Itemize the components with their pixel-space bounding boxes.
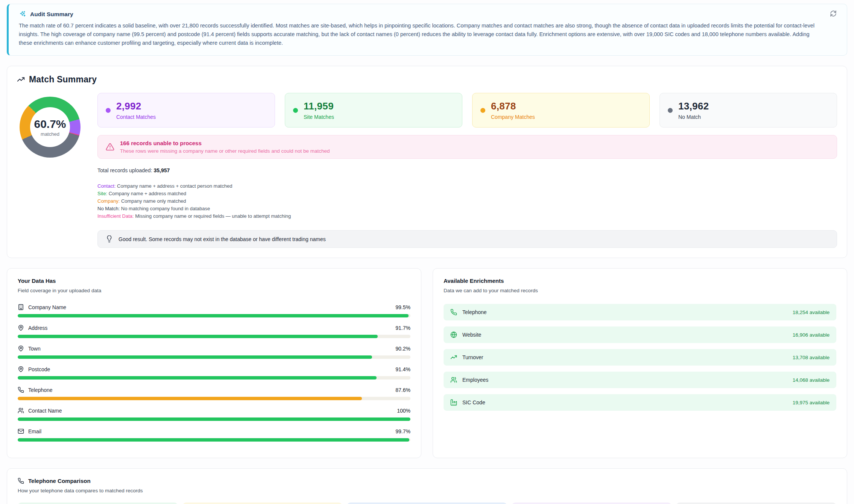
field-coverage-row: Telephone 87.6%	[18, 387, 410, 400]
your-data-subtitle: Field coverage in your uploaded data	[18, 288, 410, 293]
match-count: 11,959	[304, 100, 334, 112]
telephone-comparison-title: Telephone Comparison	[28, 478, 91, 484]
field-label: Address	[28, 325, 47, 331]
telephone-comparison-stat-card: 1,813 New You don't have one, we can add…	[347, 502, 507, 504]
coverage-bar-fill	[18, 376, 377, 380]
users-icon	[450, 376, 457, 383]
enrichment-available-count: 13,708 available	[793, 355, 830, 360]
result-tip: Good result. Some records may not exist …	[97, 230, 837, 248]
field-coverage-percent: 91.4%	[395, 366, 410, 372]
coverage-bar	[18, 397, 410, 400]
category-color-dot	[480, 108, 485, 113]
field-coverage-percent: 90.2%	[395, 346, 410, 352]
enrichment-row: Employees 14,068 available	[444, 372, 836, 388]
match-stat-card: 11,959 Site Matches	[285, 93, 462, 128]
refresh-icon	[830, 10, 837, 17]
match-category-label: Site Matches	[304, 114, 334, 120]
warning-title: 166 records unable to process	[120, 140, 330, 146]
donut-center: 60.7% matched	[30, 107, 70, 147]
enrichment-row: Telephone 18,254 available	[444, 304, 836, 320]
trending-up-icon	[450, 354, 457, 361]
field-coverage-row: Postcode 91.4%	[18, 366, 410, 380]
enrichment-available-count: 18,254 available	[793, 310, 830, 315]
field-label: Telephone	[28, 387, 53, 393]
match-category-label: Contact Matches	[116, 114, 156, 120]
warning-description: These rows were missing a company name o…	[120, 148, 330, 154]
your-data-card: Your Data Has Field coverage in your upl…	[7, 268, 421, 458]
legend-description: No matching company found in database	[121, 206, 210, 211]
legend-term: No Match:	[97, 206, 121, 211]
legend-description: Missing company name or required fields …	[135, 213, 291, 219]
field-coverage-row: Email 99.7%	[18, 428, 410, 442]
field-coverage-percent: 87.6%	[395, 387, 410, 393]
alert-triangle-icon	[106, 143, 114, 151]
total-records-line: Total records uploaded: 35,957	[97, 167, 837, 173]
field-coverage-row: Company Name 99.5%	[18, 304, 410, 317]
audit-summary-title: Audit Summary	[30, 11, 73, 18]
field-label: Email	[28, 428, 41, 434]
factory-icon	[450, 399, 457, 406]
coverage-bar	[18, 376, 410, 380]
legend-term: Insufficient Data:	[97, 213, 135, 219]
match-rate-label: matched	[41, 131, 59, 137]
field-coverage-percent: 100%	[397, 408, 410, 414]
match-rate-donut-chart: 60.7% matched	[20, 97, 81, 158]
match-count: 13,962	[678, 100, 709, 112]
coverage-bar-fill	[18, 397, 362, 400]
coverage-bar	[18, 355, 410, 359]
coverage-bar-fill	[18, 417, 410, 421]
phone-icon	[450, 309, 457, 316]
match-stat-grid: 2,992 Contact Matches 11,959 Site Matche…	[97, 93, 837, 128]
legend-description: Company name + address matched	[109, 191, 186, 196]
legend-description: Company name + address + contact person …	[117, 183, 232, 189]
match-stat-card: 13,962 No Match	[659, 93, 837, 128]
coverage-bar-fill	[18, 314, 409, 317]
refresh-button[interactable]	[830, 10, 837, 17]
trending-up-icon	[17, 76, 25, 83]
field-coverage-row: Contact Name 100%	[18, 407, 410, 421]
enrichments-subtitle: Data we can add to your matched records	[444, 288, 836, 293]
legend-row: No Match: No matching company found in d…	[97, 205, 837, 213]
enrichment-label: Employees	[462, 377, 488, 383]
phone-icon	[18, 387, 24, 393]
enrichments-title: Available Enrichments	[444, 278, 836, 284]
legend-description: Company name only matched	[121, 198, 186, 204]
field-label: Postcode	[28, 366, 50, 372]
lightbulb-icon	[106, 235, 113, 243]
coverage-bar	[18, 335, 410, 338]
telephone-comparison-card: Telephone Comparison How your telephone …	[7, 468, 847, 504]
match-stat-card: 6,878 Company Matches	[472, 93, 650, 128]
audit-summary-text: The match rate of 60.7 percent indicates…	[19, 21, 821, 47]
globe-icon	[450, 331, 457, 338]
enrichment-available-count: 14,068 available	[793, 377, 830, 383]
field-coverage-percent: 91.7%	[395, 325, 410, 331]
users-icon	[18, 407, 24, 414]
legend-term: Company:	[97, 198, 121, 204]
match-summary-title: Match Summary	[29, 74, 97, 85]
coverage-bar-fill	[18, 335, 378, 338]
field-coverage-row: Address 91.7%	[18, 325, 410, 338]
coverage-bar-fill	[18, 355, 372, 359]
sparkles-icon	[19, 11, 26, 18]
enrichment-row: SIC Code 19,975 available	[444, 394, 836, 411]
telephone-comparison-subtitle: How your telephone data compares to matc…	[18, 488, 836, 493]
total-records-label: Total records uploaded:	[97, 167, 152, 173]
match-category-label: Company Matches	[491, 114, 535, 120]
enrichment-available-count: 16,906 available	[793, 332, 830, 338]
match-count: 2,992	[116, 100, 156, 112]
field-coverage-percent: 99.7%	[395, 428, 410, 434]
category-color-dot	[106, 108, 111, 113]
enrichment-label: Telephone	[462, 309, 487, 315]
coverage-bar-fill	[18, 438, 409, 442]
building-icon	[18, 304, 24, 310]
result-tip-text: Good result. Some records may not exist …	[119, 236, 326, 242]
field-coverage-list: Company Name 99.5% Address 91.7% Town 90…	[18, 304, 410, 442]
field-label: Company Name	[28, 304, 66, 310]
category-color-dot	[293, 108, 298, 113]
match-stat-card: 2,992 Contact Matches	[97, 93, 275, 128]
map-pin-icon	[18, 345, 24, 352]
match-count: 6,878	[491, 100, 535, 112]
total-records-value: 35,957	[153, 167, 170, 173]
telephone-comparison-stat-card: 14,699 Input Only You have one, we don't…	[512, 502, 672, 504]
coverage-bar	[18, 417, 410, 421]
